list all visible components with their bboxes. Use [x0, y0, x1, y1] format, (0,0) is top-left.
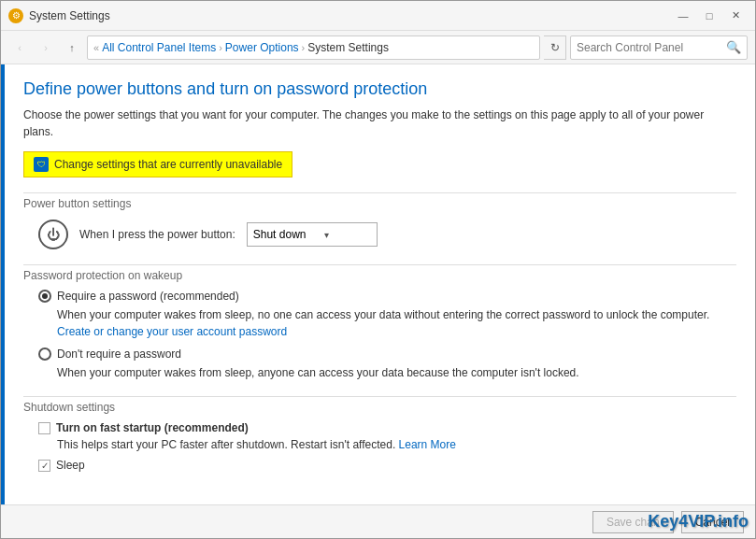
search-input[interactable]	[577, 41, 722, 54]
password-section-label: Password protection on wakeup	[23, 264, 736, 282]
require-password-text: Require a password (recommended)	[57, 290, 239, 303]
sleep-checkbox[interactable]: ✓	[38, 460, 50, 472]
breadcrumb-sep2: ›	[302, 42, 306, 53]
breadcrumb-current: System Settings	[307, 41, 389, 54]
sleep-label: Sleep	[56, 459, 85, 472]
cancel-button[interactable]: Cancel	[681, 511, 744, 533]
page-description: Choose the power settings that you want …	[23, 106, 736, 140]
window-title: System Settings	[29, 9, 671, 22]
nav-bar: ‹ › ↑ « All Control Panel Items › Power …	[1, 31, 755, 64]
power-action-dropdown[interactable]: Shut down ▾	[247, 222, 378, 247]
shutdown-section-label: Shutdown settings	[23, 396, 736, 414]
maximize-button[interactable]: □	[697, 7, 721, 25]
require-password-desc: When your computer wakes from sleep, no …	[57, 306, 736, 340]
search-icon: 🔍	[726, 40, 741, 54]
power-button-section: ⏻ When I press the power button: Shut do…	[23, 220, 736, 249]
power-button-prompt: When I press the power button:	[79, 228, 235, 241]
fast-startup-desc: This helps start your PC faster after sh…	[57, 436, 736, 453]
shield-icon: 🛡	[34, 157, 49, 172]
fast-startup-row: Turn on fast startup (recommended)	[38, 421, 736, 434]
require-password-label[interactable]: Require a password (recommended)	[38, 290, 736, 303]
fast-startup-desc1: This helps start your PC faster after sh…	[57, 438, 395, 451]
no-password-text: Don't require a password	[57, 348, 181, 361]
title-bar: ⚙ System Settings — □ ✕	[1, 1, 755, 31]
no-password-option: Don't require a password	[38, 348, 736, 361]
search-box[interactable]: 🔍	[570, 35, 748, 60]
require-password-desc1: When your computer wakes from sleep, no …	[57, 308, 539, 321]
back-button[interactable]: ‹	[8, 36, 31, 59]
breadcrumb-sep1: ›	[219, 42, 222, 53]
power-button-row: ⏻ When I press the power button: Shut do…	[38, 220, 736, 249]
require-password-option: Require a password (recommended)	[38, 290, 736, 303]
refresh-button[interactable]: ↻	[544, 35, 566, 60]
learn-more-link[interactable]: Learn More	[399, 438, 456, 451]
window-icon: ⚙	[8, 8, 23, 23]
breadcrumb-chevron1: «	[93, 42, 99, 53]
page-title: Define power buttons and turn on passwor…	[23, 79, 736, 99]
fast-startup-checkbox[interactable]	[38, 422, 50, 434]
bottom-bar: Save chan Cancel	[1, 504, 755, 538]
content-area: Define power buttons and turn on passwor…	[1, 64, 755, 504]
window-controls: — □ ✕	[671, 7, 748, 25]
power-action-value: Shut down	[253, 228, 307, 241]
breadcrumb-power-options[interactable]: Power Options	[225, 41, 299, 54]
forward-button[interactable]: ›	[35, 36, 57, 59]
shutdown-section: Turn on fast startup (recommended) This …	[23, 421, 736, 472]
sleep-row: ✓ Sleep	[38, 459, 736, 472]
power-button-section-label: Power button settings	[23, 192, 736, 210]
save-changes-button[interactable]: Save chan	[592, 511, 674, 533]
power-icon: ⏻	[38, 220, 68, 249]
no-password-desc: When your computer wakes from sleep, any…	[57, 364, 736, 381]
no-password-label[interactable]: Don't require a password	[38, 348, 736, 361]
main-content: Define power buttons and turn on passwor…	[5, 64, 755, 504]
no-password-radio[interactable]	[38, 348, 51, 361]
up-button[interactable]: ↑	[61, 36, 83, 59]
create-password-link[interactable]: Create or change your user account passw…	[57, 325, 287, 338]
breadcrumb: « All Control Panel Items › Power Option…	[93, 41, 389, 54]
breadcrumb-control-panel[interactable]: All Control Panel Items	[102, 41, 216, 54]
require-password-radio[interactable]	[38, 290, 51, 303]
password-section: Require a password (recommended) When yo…	[23, 290, 736, 381]
change-settings-label: Change settings that are currently unava…	[54, 158, 282, 171]
system-settings-window: ⚙ System Settings — □ ✕ ‹ › ↑ « All Cont…	[0, 0, 756, 539]
minimize-button[interactable]: —	[671, 7, 695, 25]
fast-startup-label: Turn on fast startup (recommended)	[56, 421, 249, 434]
change-settings-button[interactable]: 🛡 Change settings that are currently una…	[23, 151, 292, 177]
require-password-desc2: password to unlock the computer.	[543, 308, 710, 321]
address-bar: « All Control Panel Items › Power Option…	[87, 35, 540, 60]
dropdown-arrow: ▾	[324, 230, 329, 240]
close-button[interactable]: ✕	[723, 7, 748, 25]
